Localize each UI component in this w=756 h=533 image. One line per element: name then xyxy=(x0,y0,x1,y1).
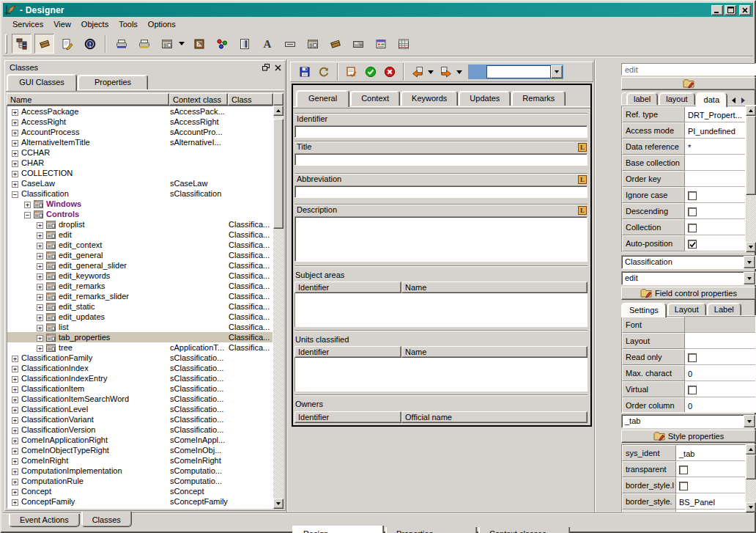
tree-row-computationimplementation[interactable]: +ComputationImplementationsComputatio... xyxy=(7,466,273,476)
tab-scroll-left-icon[interactable] xyxy=(729,95,738,106)
checkbox-unchecked-icon[interactable] xyxy=(688,386,697,394)
float-panel-icon[interactable] xyxy=(260,63,271,73)
frame-icon[interactable] xyxy=(189,34,209,54)
scrollbar-thumb[interactable] xyxy=(273,119,284,229)
property-value[interactable] xyxy=(685,155,745,171)
expand-icon[interactable]: + xyxy=(12,438,18,444)
property-value[interactable] xyxy=(685,187,745,203)
nav-forward-icon[interactable] xyxy=(437,63,455,81)
style-properties-button[interactable]: Style properties xyxy=(621,430,756,443)
tree-row-controls[interactable]: −Controls xyxy=(7,209,273,219)
printer-blue-icon[interactable] xyxy=(111,34,131,54)
tab-context-classes[interactable]: Context classes xyxy=(478,527,570,533)
property-value[interactable]: * xyxy=(685,139,745,155)
property-value[interactable] xyxy=(685,333,755,349)
tree-row-edit-remarks[interactable]: +edit_remarksClassifica... xyxy=(7,281,273,291)
tree-row-edit-context[interactable]: +edit_contextClassifica... xyxy=(7,240,273,250)
column-name[interactable]: Name xyxy=(401,282,588,293)
tree-row-collection[interactable]: +COLLECTION xyxy=(7,168,273,178)
column-identifier[interactable]: Identifier xyxy=(294,346,401,358)
expand-icon[interactable]: + xyxy=(12,458,18,465)
property-value[interactable]: DRT_Propert... xyxy=(685,106,745,122)
dropdown-caret-icon[interactable] xyxy=(428,70,434,74)
expand-icon[interactable]: + xyxy=(37,325,43,331)
tree-row-accesspackage[interactable]: +AccessPackagesAccessPack... xyxy=(7,106,273,117)
chevron-down-icon[interactable] xyxy=(744,415,755,427)
section-splitter[interactable] xyxy=(294,265,588,267)
expand-icon[interactable]: + xyxy=(12,386,18,393)
tab-classes[interactable]: Classes xyxy=(81,512,132,527)
property-value[interactable]: BS_Panel xyxy=(676,493,745,510)
refresh-icon[interactable] xyxy=(315,63,333,81)
validate-form-icon[interactable] xyxy=(343,63,360,81)
button-widget-icon[interactable] xyxy=(280,34,300,54)
collapse-icon[interactable]: − xyxy=(24,212,31,218)
expand-icon[interactable]: + xyxy=(12,366,18,372)
tab-properties[interactable]: Properties xyxy=(78,75,148,89)
menu-services[interactable]: Services xyxy=(7,18,48,30)
column-name[interactable]: Name xyxy=(401,346,588,358)
device-icon[interactable] xyxy=(348,34,368,54)
tab-scroll-right-icon[interactable] xyxy=(738,95,747,106)
tree-row-classificationindexentry[interactable]: +ClassificationIndexEntrysClassificatio.… xyxy=(7,373,273,383)
property-value[interactable] xyxy=(685,349,755,365)
column-identifier[interactable]: Identifier xyxy=(294,282,401,293)
tree-row-droplist[interactable]: +droplistClassifica... xyxy=(7,219,273,229)
property-value[interactable] xyxy=(676,461,745,477)
tree-row-edit-keywords[interactable]: +edit_keywordsClassifica... xyxy=(7,271,273,281)
panel-splitter-right[interactable] xyxy=(594,59,596,512)
tab-label[interactable]: Label xyxy=(707,303,741,316)
abbreviation-input[interactable] xyxy=(294,185,588,198)
expand-icon[interactable]: + xyxy=(37,222,43,229)
checkbox-unchecked-icon[interactable] xyxy=(679,482,688,490)
expand-icon[interactable]: + xyxy=(37,284,43,290)
expand-icon[interactable]: + xyxy=(12,150,18,157)
scroll-down-icon[interactable] xyxy=(273,499,284,509)
window-selector-combo[interactable] xyxy=(468,65,563,79)
package-icon[interactable] xyxy=(34,34,54,54)
form-window-icon[interactable] xyxy=(157,34,177,54)
tab-context[interactable]: Context xyxy=(350,91,400,106)
tab-event-actions[interactable]: Event Actions xyxy=(9,513,80,527)
expand-icon[interactable]: + xyxy=(37,232,43,239)
style-combo[interactable]: _tab xyxy=(621,414,756,428)
expand-icon[interactable]: + xyxy=(37,294,43,301)
collapse-icon[interactable]: − xyxy=(12,191,18,198)
expand-icon[interactable]: + xyxy=(12,109,18,116)
scroll-up-icon[interactable] xyxy=(273,106,284,116)
column-identifier[interactable]: Identifier xyxy=(294,411,401,423)
property-value[interactable]: 0 xyxy=(685,397,755,413)
chevron-down-icon[interactable] xyxy=(551,65,563,78)
expand-icon[interactable]: + xyxy=(37,263,43,270)
expand-icon[interactable]: + xyxy=(12,407,18,413)
edit-document-icon[interactable] xyxy=(57,34,77,54)
scroll-up-icon[interactable] xyxy=(746,106,756,116)
tree-row-edit[interactable]: +editClassifica... xyxy=(7,229,273,240)
section-splitter[interactable] xyxy=(294,394,588,396)
title-input[interactable] xyxy=(294,153,588,166)
expand-icon[interactable]: + xyxy=(37,253,43,260)
property-value[interactable]: 0 xyxy=(685,365,755,381)
expand-icon[interactable]: + xyxy=(12,130,18,136)
description-input[interactable] xyxy=(294,216,588,262)
tree-row-accountprocess[interactable]: +AccountProcesssAccountPro... xyxy=(7,127,273,137)
tree-row-comeinright[interactable]: +ComeInRightsComeInRight xyxy=(7,455,273,466)
minimize-button[interactable] xyxy=(711,5,723,15)
tree-row-computationrule[interactable]: +ComputationRulesComputatio... xyxy=(7,476,273,486)
chevron-down-icon[interactable] xyxy=(744,272,755,284)
property-value[interactable] xyxy=(685,171,745,187)
cancel-icon[interactable] xyxy=(381,63,399,81)
tree-row-edit-updates[interactable]: +edit_updatesClassifica... xyxy=(7,312,273,322)
class-tree-icon[interactable] xyxy=(12,34,32,54)
menu-view[interactable]: View xyxy=(48,18,76,30)
font-icon[interactable]: A xyxy=(257,34,277,54)
tree-row-classificationfamily[interactable]: +ClassificationFamilysClassificatio... xyxy=(7,353,273,363)
tab-data[interactable]: data xyxy=(696,92,727,107)
close-button[interactable] xyxy=(739,5,751,15)
tree-row-classificationvariant[interactable]: +ClassificationVariantsClassificatio... xyxy=(7,414,273,424)
report-icon[interactable] xyxy=(234,34,254,54)
tree-row-classificationlevel[interactable]: +ClassificationLevelsClassificatio... xyxy=(7,404,273,414)
expand-icon[interactable]: + xyxy=(12,489,18,496)
close-panel-icon[interactable] xyxy=(273,63,284,73)
tab-settings[interactable]: Settings xyxy=(621,303,667,317)
